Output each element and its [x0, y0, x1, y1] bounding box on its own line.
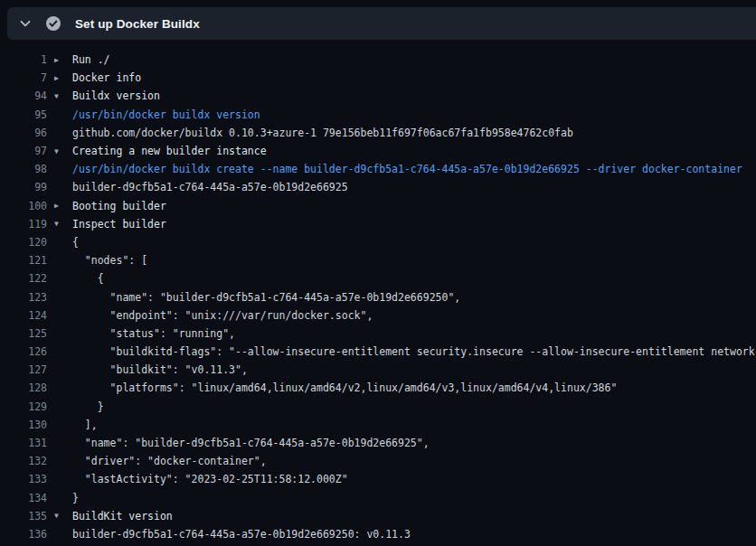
triangle-down-icon: ▼ [54, 92, 72, 100]
log-line: 126 "buildkitd-flags": "--allow-insecure… [0, 343, 756, 361]
log-line: 131 "name": "builder-d9cfb5a1-c764-445a-… [0, 434, 756, 452]
log-text: "buildkitd-flags": "--allow-insecure-ent… [72, 345, 756, 358]
log-line: 120 { [0, 233, 756, 251]
log-line[interactable]: 97 ▼ Creating a new builder instance [0, 142, 756, 160]
line-number[interactable]: 96 [0, 127, 47, 139]
line-number[interactable]: 124 [0, 309, 47, 322]
line-number[interactable]: 133 [0, 473, 47, 485]
line-number[interactable]: 99 [0, 181, 47, 193]
line-number[interactable]: 132 [0, 455, 47, 467]
triangle-right-icon: ▶ [54, 56, 72, 64]
line-number[interactable]: 135 [0, 510, 47, 522]
log-line: 134 } [0, 489, 756, 507]
triangle-down-icon: ▼ [54, 512, 72, 520]
log-line: 98 /usr/bin/docker buildx create --name … [0, 160, 756, 178]
line-number[interactable]: 95 [0, 108, 47, 121]
line-number[interactable]: 128 [0, 381, 47, 394]
triangle-down-icon: ▼ [54, 147, 72, 155]
log-line[interactable]: 7 ▶ Docker info [0, 69, 756, 87]
log-line: 136 builder-d9cfb5a1-c764-445a-a57e-0b19… [0, 525, 756, 543]
log-text: { [72, 272, 756, 285]
check-circle-icon [45, 15, 61, 32]
log-text: Docker info [72, 71, 756, 84]
log-text: "driver": "docker-container", [72, 455, 756, 467]
log-line: 133 "lastActivity": "2023-02-25T11:58:12… [0, 470, 756, 488]
line-number[interactable]: 129 [0, 400, 47, 413]
log-line: 127 "buildkit": "v0.11.3", [0, 361, 756, 379]
log-line[interactable]: 119 ▼ Inspect builder [0, 215, 756, 233]
log-text: "nodes": [ [72, 254, 756, 267]
chevron-down-icon[interactable] [19, 17, 32, 30]
log-line: 132 "driver": "docker-container", [0, 452, 756, 470]
log-text: /usr/bin/docker buildx version [72, 108, 756, 121]
log-line: 96 github.com/docker/buildx 0.10.3+azure… [0, 124, 756, 142]
step-header-wrap: Set up Docker Buildx [0, 0, 756, 40]
log-text: Booting builder [72, 200, 756, 212]
log-text: builder-d9cfb5a1-c764-445a-a57e-0b19d2e6… [72, 181, 756, 193]
log-text: ], [72, 419, 756, 431]
log-text: } [72, 492, 756, 504]
log-line: 123 "name": "builder-d9cfb5a1-c764-445a-… [0, 287, 756, 306]
line-number[interactable]: 131 [0, 437, 47, 449]
log-text: } [72, 400, 756, 413]
line-number[interactable]: 123 [0, 291, 47, 304]
log-line: 95 /usr/bin/docker buildx version [0, 106, 756, 124]
log-lines: 1 ▶ Run ./ 7 ▶ Docker info 94 ▼ Buildx v… [0, 40, 756, 543]
log-text: "status": "running", [72, 327, 756, 340]
line-number[interactable]: 122 [0, 272, 47, 285]
log-text: "platforms": "linux/amd64,linux/amd64/v2… [72, 381, 756, 394]
line-number[interactable]: 126 [0, 345, 47, 358]
log-line: 130 ], [0, 416, 756, 434]
line-number[interactable]: 125 [0, 327, 47, 340]
log-line[interactable]: 135 ▼ BuildKit version [0, 507, 756, 525]
log-line: 128 "platforms": "linux/amd64,linux/amd6… [0, 379, 756, 397]
log-text: "lastActivity": "2023-02-25T11:58:12.000… [72, 473, 756, 485]
line-number[interactable]: 94 [0, 89, 47, 102]
log-text: /usr/bin/docker buildx create --name bui… [72, 163, 756, 175]
log-text: "name": "builder-d9cfb5a1-c764-445a-a57e… [72, 291, 756, 304]
triangle-right-icon: ▶ [54, 74, 72, 82]
log-line: 99 builder-d9cfb5a1-c764-445a-a57e-0b19d… [0, 178, 756, 196]
line-number[interactable]: 134 [0, 492, 47, 504]
log-line[interactable]: 100 ▶ Booting builder [0, 197, 756, 215]
line-number[interactable]: 119 [0, 218, 47, 231]
log-text: Creating a new builder instance [72, 145, 756, 157]
line-number[interactable]: 120 [0, 236, 47, 249]
log-line: 121 "nodes": [ [0, 251, 756, 269]
log-text: "endpoint": "unix:///var/run/docker.sock… [72, 309, 756, 322]
triangle-down-icon: ▼ [54, 220, 72, 228]
log-text: Run ./ [72, 53, 756, 66]
line-number[interactable]: 100 [0, 200, 47, 212]
log-line[interactable]: 1 ▶ Run ./ [0, 51, 756, 69]
line-number[interactable]: 98 [0, 163, 47, 175]
line-number[interactable]: 121 [0, 254, 47, 267]
triangle-right-icon: ▶ [54, 202, 72, 210]
line-number[interactable]: 1 [0, 53, 47, 66]
line-number[interactable]: 127 [0, 363, 47, 376]
log-text: "name": "builder-d9cfb5a1-c764-445a-a57e… [72, 437, 756, 449]
log-text: "buildkit": "v0.11.3", [72, 363, 756, 376]
log-line: 124 "endpoint": "unix:///var/run/docker.… [0, 306, 756, 325]
step-header[interactable]: Set up Docker Buildx [7, 7, 756, 40]
log-text: builder-d9cfb5a1-c764-445a-a57e-0b19d2e6… [72, 528, 756, 541]
log-text: Buildx version [72, 89, 756, 102]
line-number[interactable]: 136 [0, 528, 47, 541]
log-line[interactable]: 94 ▼ Buildx version [0, 87, 756, 105]
log-text: Inspect builder [72, 218, 756, 231]
log-text: BuildKit version [72, 510, 756, 522]
log-line: 122 { [0, 269, 756, 287]
step-title: Set up Docker Buildx [75, 17, 200, 31]
log-line: 129 } [0, 398, 756, 416]
line-number[interactable]: 97 [0, 145, 47, 157]
log-line: 125 "status": "running", [0, 325, 756, 343]
line-number[interactable]: 130 [0, 419, 47, 431]
log-text: { [72, 236, 756, 249]
line-number[interactable]: 7 [0, 71, 47, 84]
log-text: github.com/docker/buildx 0.10.3+azure-1 … [72, 127, 756, 139]
